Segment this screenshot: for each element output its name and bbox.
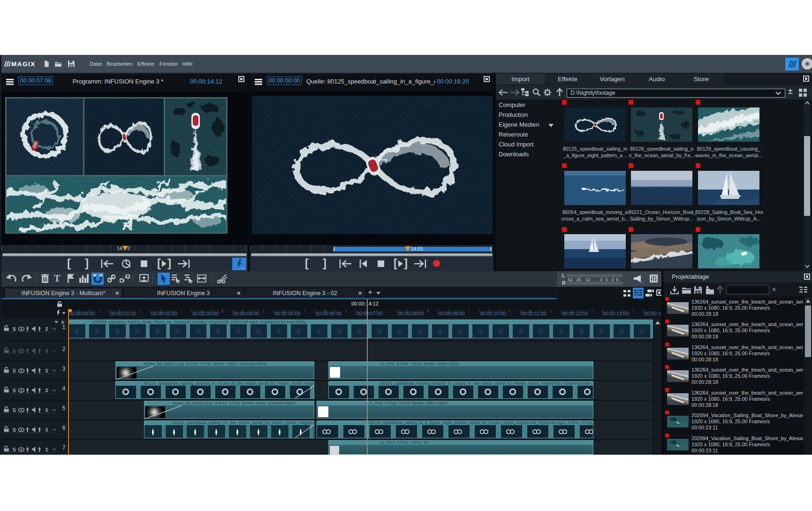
svg-text:...: ... (203, 280, 206, 282)
svg-text:...: ... (224, 280, 227, 283)
svg-text:...: ... (10, 280, 13, 283)
svg-text:...: ... (145, 281, 149, 283)
svg-text:...: ... (25, 280, 29, 283)
